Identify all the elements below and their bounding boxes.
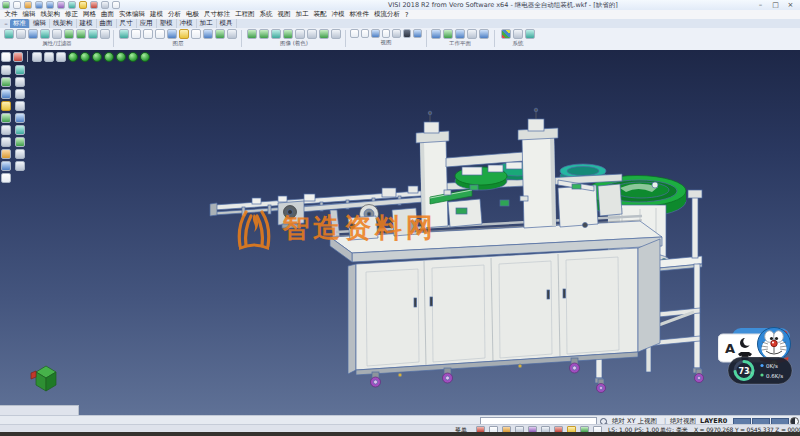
break-icon[interactable] <box>15 161 25 171</box>
sketch-icon[interactable] <box>1 52 11 62</box>
system-info-icon[interactable] <box>525 29 535 39</box>
redo-icon[interactable] <box>101 1 109 9</box>
open-folder-icon[interactable] <box>24 1 32 9</box>
delete-icon[interactable] <box>13 52 23 62</box>
show-all-icon[interactable] <box>76 29 86 39</box>
export-icon[interactable] <box>79 1 87 9</box>
view-filter-icon[interactable] <box>413 29 422 38</box>
minimize-button[interactable]: – <box>753 0 768 10</box>
filter-icon[interactable] <box>16 29 26 39</box>
view-sphere-back-icon[interactable] <box>140 52 150 62</box>
menu-assembly[interactable]: 装配 <box>311 10 329 19</box>
import-icon[interactable] <box>68 1 76 9</box>
chamfer-icon[interactable] <box>15 149 25 159</box>
tab-die[interactable]: 冲模 <box>177 19 197 28</box>
mirror-icon[interactable] <box>15 113 25 123</box>
save-all-icon[interactable] <box>46 1 54 9</box>
workplane-icon[interactable] <box>431 29 441 39</box>
tab-wireframe[interactable]: 线架构 <box>50 19 77 28</box>
menu-machining[interactable]: 加工 <box>293 10 311 19</box>
layer-on-icon[interactable] <box>191 29 201 39</box>
pan-tool-icon[interactable] <box>15 65 25 75</box>
assembly-machine-model[interactable] <box>31 108 704 392</box>
layer-manager-icon[interactable] <box>119 29 129 39</box>
recorder-status-pill[interactable]: 73 % 0K/s 0.6K/s <box>728 357 792 384</box>
front-view-icon[interactable] <box>56 52 66 62</box>
system-settings-icon[interactable] <box>501 29 511 39</box>
iso-view-icon[interactable] <box>32 52 42 62</box>
trim-icon[interactable] <box>15 101 25 111</box>
pan-icon[interactable] <box>371 29 380 38</box>
element-filter-icon[interactable] <box>52 29 62 39</box>
menu-dimension[interactable]: 尺寸标注 <box>202 10 233 19</box>
view-sphere-left-icon[interactable] <box>104 52 114 62</box>
offset-icon[interactable] <box>1 113 11 123</box>
menu-help[interactable]: ? <box>403 11 411 19</box>
rotate-icon[interactable] <box>15 125 25 135</box>
system-options-icon[interactable] <box>513 29 523 39</box>
hide-icon[interactable] <box>88 29 98 39</box>
rotate-view-icon[interactable] <box>382 29 391 38</box>
layer-current-icon[interactable] <box>167 29 177 39</box>
background-icon[interactable] <box>331 29 341 39</box>
collapse-toolbar-icon[interactable]: – <box>2 20 10 28</box>
menu-modeling[interactable]: 建模 <box>148 10 166 19</box>
save-icon[interactable] <box>35 1 43 9</box>
view-sphere-front-icon[interactable] <box>128 52 138 62</box>
full-screen-icon[interactable] <box>403 29 412 38</box>
point-icon[interactable] <box>15 77 25 87</box>
line-icon[interactable] <box>1 89 11 99</box>
menu-edit[interactable]: 编辑 <box>20 10 38 19</box>
tab-tooling[interactable]: 模具 <box>217 19 237 28</box>
menu-standard-parts[interactable]: 标准件 <box>347 10 372 19</box>
zoom-window-icon[interactable] <box>361 29 370 38</box>
workplane-align-icon[interactable] <box>455 29 465 39</box>
menu-mesh[interactable]: 网格 <box>81 10 99 19</box>
layer-active-icon[interactable] <box>179 29 189 39</box>
extend-icon[interactable] <box>1 161 11 171</box>
tab-application[interactable]: 应用 <box>137 19 157 28</box>
isolate-icon[interactable] <box>100 29 110 39</box>
move-icon[interactable] <box>1 125 11 135</box>
layer-list-icon[interactable] <box>215 29 225 39</box>
fillet-icon[interactable] <box>1 149 11 159</box>
menu-solid-edit[interactable]: 实体编辑 <box>117 10 148 19</box>
shade-edges-icon[interactable] <box>259 29 269 39</box>
menu-file[interactable]: 文件 <box>2 10 20 19</box>
tab-surface[interactable]: 曲面 <box>97 19 117 28</box>
scale-icon[interactable] <box>1 137 11 147</box>
cad-scene[interactable] <box>0 50 800 415</box>
maximize-button[interactable]: □ <box>768 0 783 10</box>
previous-view-icon[interactable] <box>392 29 401 38</box>
menu-surface[interactable]: 曲面 <box>99 10 117 19</box>
menu-wireframe[interactable]: 线架构 <box>38 10 63 19</box>
materials-icon[interactable] <box>307 29 317 39</box>
visibility-icon[interactable] <box>64 29 74 39</box>
tab-edit[interactable]: 编辑 <box>30 19 50 28</box>
workplane-by-face-icon[interactable] <box>443 29 453 39</box>
select-icon[interactable] <box>1 65 11 75</box>
render-icon[interactable] <box>319 29 329 39</box>
view-sphere-bottom-icon[interactable] <box>92 52 102 62</box>
properties-icon[interactable] <box>4 29 14 39</box>
color-filter-icon[interactable] <box>40 29 50 39</box>
tab-mold[interactable]: 塑模 <box>157 19 177 28</box>
shade-icon[interactable] <box>247 29 257 39</box>
close-button[interactable]: × <box>783 0 798 10</box>
stamp-icon[interactable] <box>112 1 120 9</box>
measure-icon[interactable] <box>1 77 11 87</box>
menu-drawing[interactable]: 工程图 <box>233 10 258 19</box>
workplane-reset-icon[interactable] <box>467 29 477 39</box>
new-file-icon[interactable] <box>13 1 21 9</box>
menu-modify[interactable]: 修正 <box>63 10 81 19</box>
layer-delete-icon[interactable] <box>227 29 237 39</box>
tab-dimension[interactable]: 尺寸 <box>117 19 137 28</box>
workplane-list-icon[interactable] <box>479 29 489 39</box>
layer-off-icon[interactable] <box>203 29 213 39</box>
top-view-icon[interactable] <box>44 52 54 62</box>
3d-viewport[interactable]: 智造资料网 A <box>0 50 800 415</box>
menu-view[interactable]: 视图 <box>275 10 293 19</box>
attribute-icon[interactable] <box>28 29 38 39</box>
menu-system[interactable]: 系统 <box>257 10 275 19</box>
layer-move-icon[interactable] <box>155 29 165 39</box>
